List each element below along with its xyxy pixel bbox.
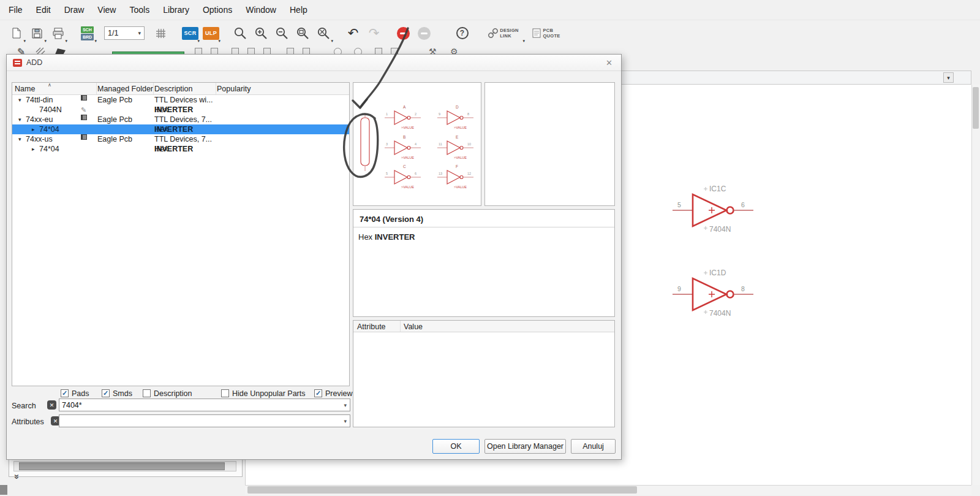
canvas-vscrollbar-thumb[interactable] (973, 87, 979, 129)
checkbox-box[interactable]: ✓ (314, 389, 322, 397)
attributes-input[interactable] (62, 416, 339, 426)
run-ulp-button[interactable]: ULP ▾ (201, 24, 221, 42)
eagle-application-window: File Edit Draw View Tools Library Option… (0, 0, 980, 496)
checkbox-pads[interactable]: ✓ Pads (61, 389, 89, 398)
collapse-chevron-icon[interactable]: » (12, 474, 23, 479)
chevron-down-icon: ▾ (44, 39, 47, 43)
menu-view[interactable]: View (91, 0, 123, 20)
canvas-hscrollbar-thumb[interactable] (247, 486, 637, 494)
search-input[interactable] (62, 400, 339, 410)
svg-text:13: 13 (439, 172, 442, 175)
chevron-down-icon: ▾ (94, 39, 97, 43)
checkbox-box[interactable]: ✓ (61, 389, 69, 397)
svg-text:F: F (456, 164, 458, 169)
column-header-popularity[interactable]: Popularity (217, 85, 251, 93)
expander-open-icon[interactable]: ▾ (18, 95, 21, 105)
table-row[interactable]: ▾ 74xx-us Eagle Pcb TTL Devices, 7... (12, 134, 349, 144)
left-panel-hscrollbar[interactable] (13, 461, 236, 471)
table-row[interactable]: ▾ 74ttl-din Eagle Pcb TTL Devices wi... (12, 95, 349, 105)
print-button[interactable]: ▾ (48, 24, 68, 42)
chevron-down-icon[interactable]: ▾ (344, 402, 347, 408)
pcb-quote-button[interactable]: PCB QUOTE (526, 24, 567, 42)
ok-button[interactable]: OK (432, 439, 480, 454)
zoom-redraw-button[interactable] (293, 24, 313, 42)
undo-icon: ↶ (348, 26, 359, 40)
schematic-gate-ic1c[interactable]: IC1C 5 6 7404N (673, 184, 755, 235)
column-header-description[interactable]: Description (154, 85, 193, 93)
new-document-button[interactable]: ▾ (6, 24, 26, 42)
menu-tools[interactable]: Tools (123, 0, 156, 20)
new-document-icon (10, 27, 23, 39)
menu-draw[interactable]: Draw (58, 0, 91, 20)
column-header-value[interactable]: Value (404, 322, 423, 331)
checkbox-smds[interactable]: ✓ Smds (102, 389, 132, 398)
svg-text:E: E (456, 135, 459, 139)
svg-text:C: C (403, 164, 406, 169)
zoom-select-button[interactable]: ▾ (314, 24, 334, 42)
menu-help[interactable]: Help (283, 0, 314, 20)
expander-open-icon[interactable]: ▾ (18, 115, 21, 124)
add-dialog: ADD ✕ ∧ Name Managed Folder Description … (6, 54, 622, 460)
chevron-down-icon[interactable]: ▾ (344, 418, 347, 424)
svg-text:IC1C: IC1C (709, 185, 726, 193)
table-row[interactable]: ▾ 74xx-eu Eagle Pcb TTL Devices, 7... (12, 115, 349, 124)
search-combo[interactable]: ▾ (59, 399, 350, 411)
package-preview-panel (484, 82, 615, 206)
menu-window[interactable]: Window (239, 0, 283, 20)
checkbox-box[interactable] (221, 389, 229, 397)
redo-button[interactable]: ↷ (364, 24, 384, 42)
column-header-attribute[interactable]: Attribute (357, 322, 386, 331)
checkbox-box[interactable] (143, 389, 151, 397)
checkbox-hide-unpopular-parts[interactable]: Hide Unpopular Parts (221, 389, 306, 398)
part-description: Hex INVERTER (358, 232, 415, 242)
help-button[interactable]: ? (452, 24, 472, 42)
symbol-preview-panel: A 1 2 >VALUE B 3 4 >VALUE C 5 6 >VALUE (353, 82, 481, 206)
clear-search-icon[interactable]: ✕ (47, 400, 56, 410)
add-dialog-titlebar[interactable]: ADD ✕ (7, 55, 621, 71)
zoom-out-button[interactable] (272, 24, 292, 42)
sch-brd-switch-button[interactable]: SCH BRD ▾ (77, 24, 97, 42)
cancel-button[interactable]: Anuluj (571, 439, 616, 454)
svg-text:B: B (403, 135, 405, 139)
table-row[interactable]: ▸ 74*04 Hex INVERTER (12, 144, 349, 154)
column-header-managed-folder[interactable]: Managed Folder (97, 85, 153, 93)
chevron-down-icon: ▾ (138, 30, 141, 36)
close-icon[interactable]: ✕ (603, 57, 615, 69)
open-library-manager-button[interactable]: Open Library Manager (484, 439, 566, 454)
expander-closed-icon[interactable]: ▸ (32, 124, 35, 134)
canvas-top-bar-dropdown[interactable]: ▾ (943, 72, 954, 83)
table-row[interactable]: 7404N ✎ Hex INVERTER (12, 105, 349, 115)
column-header-name[interactable]: Name (15, 85, 35, 93)
chevron-down-icon: ▾ (65, 39, 67, 43)
zoom-fit-icon (233, 26, 247, 40)
run-script-button[interactable]: SCR ▾ (180, 24, 200, 42)
menu-options[interactable]: Options (196, 0, 239, 20)
chevron-down-icon: ▾ (522, 39, 525, 43)
stop-button[interactable] (393, 24, 413, 42)
check-icon: ✓ (315, 390, 321, 397)
menu-file[interactable]: File (2, 0, 29, 20)
table-row-selected[interactable]: ▸ 74*04 Hex INVERTER (12, 124, 349, 134)
checkbox-description[interactable]: Description (143, 389, 192, 398)
chevron-down-icon: ▾ (23, 39, 26, 43)
grid-button[interactable] (151, 24, 171, 42)
checkbox-box[interactable]: ✓ (102, 389, 110, 397)
attributes-combo[interactable]: ▾ (59, 414, 350, 427)
zoom-fit-button[interactable] (230, 24, 251, 42)
undo-button[interactable]: ↶ (343, 24, 363, 42)
left-panel-hscrollbar-thumb[interactable] (19, 462, 225, 470)
save-button[interactable]: ▾ (27, 24, 47, 42)
sheet-selector[interactable]: 1/1 ▾ (104, 26, 145, 40)
svg-text:10: 10 (467, 142, 471, 146)
zoom-in-button[interactable] (251, 24, 271, 42)
design-link-button[interactable]: DESIGN LINK ▾ (481, 24, 526, 42)
svg-text:8: 8 (467, 112, 469, 116)
schematic-gate-ic1d[interactable]: IC1D 9 8 7404N (673, 268, 755, 319)
menu-library[interactable]: Library (156, 0, 196, 20)
expander-open-icon[interactable]: ▾ (18, 134, 21, 144)
canvas-vscrollbar[interactable] (971, 85, 980, 485)
expander-closed-icon[interactable]: ▸ (32, 144, 35, 154)
divider (353, 227, 614, 227)
menu-edit[interactable]: Edit (29, 0, 58, 20)
checkbox-preview[interactable]: ✓ Preview (314, 389, 352, 398)
